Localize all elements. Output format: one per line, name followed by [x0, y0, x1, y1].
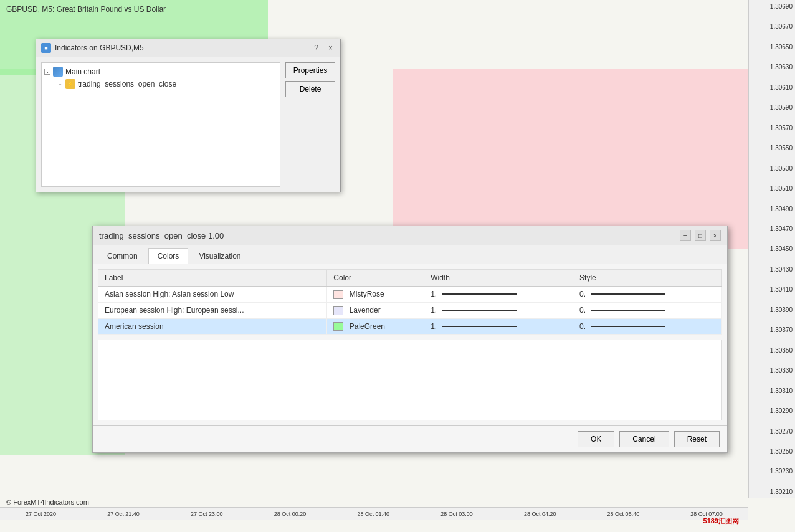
col-header-label: Label — [98, 270, 327, 287]
time-label: 28 Oct 07:00 — [690, 511, 723, 517]
col-header-style: Style — [573, 270, 722, 287]
colors-table: Label Color Width Style Asian session Hi… — [98, 269, 722, 335]
watermark-forex: © ForexMT4Indicators.com — [6, 498, 89, 506]
row-width[interactable]: 1. — [424, 318, 573, 335]
main-chart-icon — [53, 67, 63, 77]
width-line-preview — [442, 326, 517, 327]
time-label: 28 Oct 05:40 — [607, 511, 640, 517]
width-value: 1. — [431, 322, 437, 331]
close-button[interactable]: × — [710, 230, 721, 241]
main-chart-label: Main chart — [65, 67, 100, 76]
price-label: 1.30230 — [751, 468, 793, 475]
minimize-button[interactable]: − — [680, 230, 691, 241]
price-label: 1.30270 — [751, 428, 793, 435]
color-swatch — [333, 290, 343, 299]
tree-child-container: └ ⚡ trading_sessions_open_close — [57, 78, 277, 90]
price-label: 1.30450 — [751, 245, 793, 252]
properties-dialog: trading_sessions_open_close 1.00 − □ × C… — [92, 226, 728, 453]
cancel-button[interactable]: Cancel — [619, 431, 669, 447]
indicators-dialog: ■ Indicators on GBPUSD,M5 ? × - Main cha… — [36, 39, 341, 192]
color-swatch — [333, 306, 343, 315]
time-label: 28 Oct 04:20 — [524, 511, 556, 517]
indicators-dialog-content: - Main chart └ ⚡ trading_sessions_open_c… — [36, 57, 340, 192]
time-label: 27 Oct 2020 — [26, 511, 56, 517]
price-label: 1.30490 — [751, 206, 793, 212]
indicators-tree-panel: - Main chart └ ⚡ trading_sessions_open_c… — [41, 62, 280, 187]
time-label: 27 Oct 23:00 — [191, 511, 223, 517]
properties-table-area: Label Color Width Style Asian session Hi… — [93, 264, 727, 340]
tree-indicator-item[interactable]: └ ⚡ trading_sessions_open_close — [57, 78, 277, 90]
price-axis: 1.306901.306701.306501.306301.306101.305… — [748, 0, 795, 498]
width-line-preview — [442, 293, 517, 295]
indicators-dialog-icon: ■ — [41, 43, 51, 53]
row-style[interactable]: 0. — [573, 287, 722, 303]
table-row[interactable]: American session PaleGreen 1. 0. — [98, 318, 722, 335]
indicators-dialog-title: Indicators on GBPUSD,M5 — [55, 44, 144, 52]
price-label: 1.30650 — [751, 44, 793, 50]
price-label: 1.30510 — [751, 185, 793, 192]
properties-win-controls: − □ × — [680, 230, 721, 241]
color-name: Lavender — [350, 306, 381, 315]
color-swatch — [333, 322, 343, 331]
row-style[interactable]: 0. — [573, 318, 722, 335]
row-color[interactable]: PaleGreen — [327, 318, 424, 335]
indicators-dialog-titlebar: ■ Indicators on GBPUSD,M5 ? × — [36, 39, 340, 57]
row-label: American session — [98, 318, 327, 335]
properties-tabs-row: Common Colors Visualization — [93, 245, 727, 264]
properties-empty-area — [98, 340, 722, 420]
style-line-preview — [591, 293, 665, 295]
price-label: 1.30250 — [751, 448, 793, 455]
tab-common[interactable]: Common — [98, 248, 147, 264]
properties-dialog-title: trading_sessions_open_close 1.00 — [99, 231, 224, 240]
price-label: 1.30530 — [751, 165, 793, 172]
price-label: 1.30570 — [751, 125, 793, 131]
indicators-close-button[interactable]: × — [326, 44, 335, 52]
row-width[interactable]: 1. — [424, 287, 573, 303]
row-color[interactable]: Lavender — [327, 302, 424, 318]
watermark-518: 5189汇图网 — [703, 516, 739, 526]
chart-title: GBPUSD, M5: Great Britain Pound vs US Do… — [6, 5, 166, 14]
properties-button[interactable]: Properties — [285, 62, 335, 78]
tree-main-chart-item[interactable]: - Main chart — [44, 65, 277, 78]
price-label: 1.30610 — [751, 84, 793, 91]
time-axis: 27 Oct 202027 Oct 21:4027 Oct 23:0028 Oc… — [0, 507, 748, 520]
price-label: 1.30550 — [751, 145, 793, 151]
row-style[interactable]: 0. — [573, 302, 722, 318]
col-header-color: Color — [327, 270, 424, 287]
indicators-title-left: ■ Indicators on GBPUSD,M5 — [41, 43, 144, 53]
time-label: 28 Oct 00:20 — [274, 511, 307, 517]
time-label: 28 Oct 03:00 — [440, 511, 473, 517]
tab-colors[interactable]: Colors — [148, 248, 189, 264]
properties-footer: OK Cancel Reset — [93, 425, 727, 452]
price-label: 1.30670 — [751, 23, 793, 30]
table-row[interactable]: European session High; European sessi...… — [98, 302, 722, 318]
price-label: 1.30350 — [751, 347, 793, 354]
price-label: 1.30430 — [751, 266, 793, 273]
price-label: 1.30310 — [751, 387, 793, 394]
row-color[interactable]: MistyRose — [327, 287, 424, 303]
time-label: 28 Oct 01:40 — [357, 511, 389, 517]
reset-button[interactable]: Reset — [674, 431, 720, 447]
style-value: 0. — [579, 290, 586, 298]
price-label: 1.30410 — [751, 286, 793, 293]
tree-expand-button[interactable]: - — [44, 69, 50, 75]
properties-titlebar: trading_sessions_open_close 1.00 − □ × — [93, 226, 727, 245]
table-row[interactable]: Asian session High; Asian session Low Mi… — [98, 287, 722, 303]
time-label: 27 Oct 21:40 — [107, 511, 140, 517]
row-label: Asian session High; Asian session Low — [98, 287, 327, 303]
price-label: 1.30290 — [751, 407, 793, 414]
style-value: 0. — [579, 322, 586, 331]
color-name: MistyRose — [350, 290, 384, 298]
color-name: PaleGreen — [350, 322, 385, 331]
row-width[interactable]: 1. — [424, 302, 573, 318]
style-value: 0. — [579, 306, 586, 315]
indicators-dialog-controls: ? × — [312, 44, 335, 52]
ok-button[interactable]: OK — [578, 431, 614, 447]
width-value: 1. — [431, 306, 437, 315]
indicators-help-button[interactable]: ? — [312, 44, 321, 52]
price-label: 1.30390 — [751, 306, 793, 313]
tab-visualization[interactable]: Visualization — [189, 248, 250, 264]
delete-button[interactable]: Delete — [285, 81, 335, 97]
maximize-button[interactable]: □ — [695, 230, 706, 241]
chart-pink-area — [393, 69, 748, 249]
